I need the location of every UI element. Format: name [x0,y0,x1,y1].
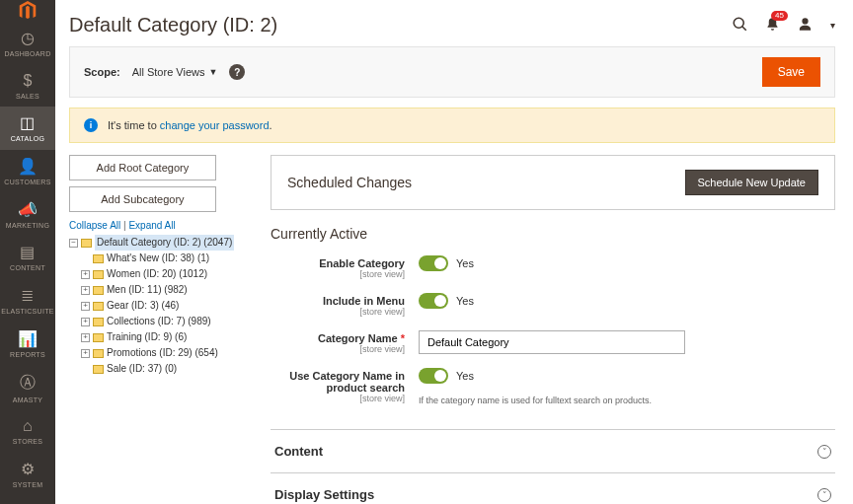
scope-label: Scope: [84,66,120,78]
tree-node[interactable]: +Promotions (ID: 29) (654) [81,345,253,361]
add-subcategory-button[interactable]: Add Subcategory [69,186,216,212]
category-name-row: Category Name* [store view] [271,330,835,354]
notice-text: It's time to change your password. [108,119,272,131]
content-section[interactable]: Content ˅ [271,429,835,472]
help-icon[interactable]: ? [229,64,245,80]
nav-catalog[interactable]: ◫CATALOG [0,107,55,150]
gear-icon: ⚙ [21,460,35,478]
page-title: Default Category (ID: 2) [69,14,277,36]
page-header: Default Category (ID: 2) 45 ▾ [69,8,835,36]
search-button[interactable] [733,17,747,35]
chevron-down-icon: ▼ [208,67,217,77]
use-name-in-search-label: Use Category Name in product search [271,370,405,394]
layers-icon: ≣ [21,286,34,305]
amasty-icon: Ⓐ [20,373,36,394]
password-notice: i It's time to change your password. [69,108,835,143]
category-form-column: Scheduled Changes Schedule New Update Cu… [271,155,835,504]
category-name-label: Category Name* [271,332,405,344]
nav-system[interactable]: ⚙SYSTEM [0,453,55,496]
scope-bar: Scope: All Store Views ▼ ? Save [69,46,835,98]
tree-toggle-icon[interactable]: + [81,286,90,295]
notifications-button[interactable]: 45 [765,17,780,35]
dollar-icon: $ [23,72,32,90]
display-settings-section[interactable]: Display Settings ˅ [271,472,835,504]
tree-node[interactable]: +Women (ID: 20) (1012) [81,266,253,282]
account-button[interactable] [798,17,813,35]
tree-node[interactable]: Sale (ID: 37) (0) [81,361,253,377]
folder-icon [93,333,104,342]
save-button[interactable]: Save [762,57,820,87]
account-icon [798,17,813,32]
nav-reports[interactable]: 📊REPORTS [0,323,55,366]
tree-toggle-icon[interactable]: + [81,270,90,279]
tree-toggle-icon[interactable]: + [81,302,90,311]
tree-toggle-icon[interactable]: + [81,318,90,326]
enable-category-label: Enable Category [271,257,405,269]
megaphone-icon: 📣 [18,200,38,219]
change-password-link[interactable]: change your password [160,119,270,131]
folder-icon [93,318,104,326]
content-icon: ▤ [20,243,35,261]
use-name-in-search-toggle[interactable] [419,368,448,384]
tree-node[interactable]: +Gear (ID: 3) (46) [81,298,253,314]
nav-dashboard[interactable]: ◷DASHBOARD [0,22,55,65]
stores-icon: ⌂ [23,417,33,435]
account-dropdown[interactable]: ▾ [830,20,835,31]
nav-sales[interactable]: $SALES [0,65,55,108]
schedule-new-update-button[interactable]: Schedule New Update [685,170,818,195]
category-tree-column: Add Root Category Add Subcategory Collap… [69,155,253,377]
tree-toggle-icon[interactable]: + [81,349,90,358]
notification-badge: 45 [771,11,788,21]
tree-node[interactable]: +Men (ID: 11) (982) [81,282,253,298]
enable-category-row: Enable Category [store view] Yes [271,255,835,279]
nav-amasty[interactable]: ⒶAMASTY [0,366,55,411]
tree-node-root[interactable]: − Default Category (ID: 2) (2047) [69,235,253,251]
catalog-icon: ◫ [20,113,35,132]
admin-sidebar: ◷DASHBOARD $SALES ◫CATALOG 👤CUSTOMERS 📣M… [0,0,55,504]
tree-toggle-icon[interactable]: − [69,239,78,248]
category-name-input[interactable] [419,330,685,354]
folder-icon [93,349,104,358]
tree-node[interactable]: What's New (ID: 38) (1) [81,251,253,266]
magento-logo[interactable] [0,0,55,22]
folder-icon [81,239,92,248]
nav-marketing[interactable]: 📣MARKETING [0,193,55,237]
nav-customers[interactable]: 👤CUSTOMERS [0,150,55,193]
category-tree: − Default Category (ID: 2) (2047) What's… [69,235,253,377]
dashboard-icon: ◷ [21,29,35,47]
chevron-down-icon: ˅ [817,488,831,502]
collapse-all-link[interactable]: Collapse All [69,220,120,231]
info-icon: i [84,118,98,132]
folder-icon [93,270,104,279]
scheduled-changes-title: Scheduled Changes [287,175,412,190]
nav-partners[interactable]: ◆FIND PARTNERS & EXTENSIONS [0,496,55,504]
folder-icon [93,365,104,374]
use-name-in-search-row: Use Category Name in product search [sto… [271,368,835,405]
header-actions: 45 ▾ [733,17,835,35]
folder-icon [93,286,104,295]
scheduled-changes-panel: Scheduled Changes Schedule New Update [271,155,835,210]
include-in-menu-label: Include in Menu [271,295,405,307]
include-in-menu-toggle[interactable] [419,293,448,309]
include-in-menu-row: Include in Menu [store view] Yes [271,293,835,317]
currently-active-title: Currently Active [271,226,835,242]
scope-selector[interactable]: All Store Views ▼ [132,66,218,78]
nav-stores[interactable]: ⌂STORES [0,410,55,453]
report-icon: 📊 [18,329,38,348]
add-root-category-button[interactable]: Add Root Category [69,155,216,180]
user-icon: 👤 [18,157,38,176]
tree-toggle-icon[interactable]: + [81,333,90,342]
search-hint: If the category name is used for fulltex… [419,396,835,405]
tree-node[interactable]: +Training (ID: 9) (6) [81,329,253,345]
nav-content[interactable]: ▤CONTENT [0,236,55,279]
tree-node[interactable]: +Collections (ID: 7) (989) [81,314,253,329]
search-icon [733,17,747,32]
tree-controls: Collapse All | Expand All [69,220,253,231]
nav-elasticsuite[interactable]: ≣ELASTICSUITE [0,279,55,323]
folder-icon [93,254,104,263]
main-content: Default Category (ID: 2) 45 ▾ Scope: All… [55,0,853,504]
chevron-down-icon: ˅ [817,445,831,459]
magento-icon [17,0,39,22]
enable-category-toggle[interactable] [419,255,448,271]
expand-all-link[interactable]: Expand All [128,220,175,231]
